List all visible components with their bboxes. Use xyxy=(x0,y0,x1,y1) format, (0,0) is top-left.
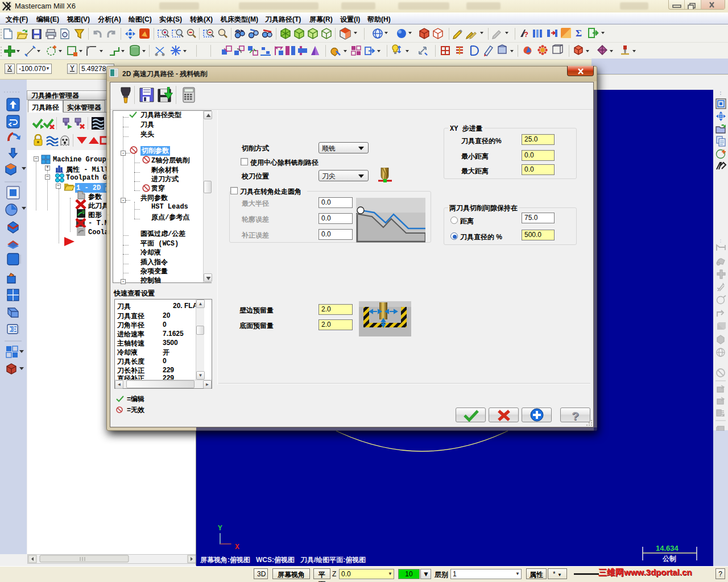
svg-text:Σ: Σ xyxy=(576,28,582,39)
svg-text:Y: Y xyxy=(218,524,222,533)
svg-text:?: ? xyxy=(524,30,528,39)
svg-text:屏幕视角:俯视图 WCS:俯视图 刀具/绘图平面:俯: 屏幕视角:俯视图 WCS:俯视图 刀具/绘图平面:俯视图 xyxy=(200,556,366,564)
svg-text:公制: 公制 xyxy=(662,555,676,563)
svg-text:14.634: 14.634 xyxy=(656,544,679,552)
svg-text:X: X xyxy=(235,543,239,551)
